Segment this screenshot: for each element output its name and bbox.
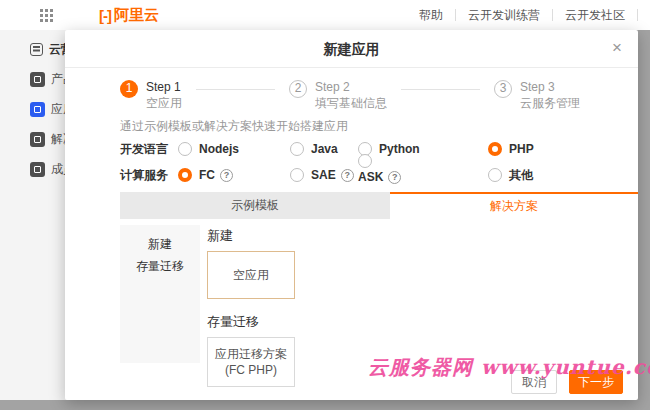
- language-label: 开发语言: [120, 141, 178, 158]
- divider: [552, 9, 553, 21]
- radio-fc[interactable]: FC ?: [178, 168, 290, 182]
- step-1-subtitle: 空应用: [146, 96, 182, 111]
- help-icon[interactable]: ?: [220, 169, 233, 182]
- step-1-title: Step 1: [146, 80, 182, 94]
- radio-java[interactable]: Java: [290, 142, 358, 156]
- step-2: 2 Step 2 填写基础信息: [289, 80, 387, 111]
- panel-item-migration[interactable]: 存量迁移: [120, 255, 200, 277]
- radio-icon[interactable]: [488, 168, 502, 182]
- aliyun-logo[interactable]: [-] 阿里云: [99, 6, 159, 25]
- top-header: [-] 阿里云 帮助 云开发训练营 云开发社区: [0, 0, 650, 30]
- service-radio-group: 计算服务 FC ? SAE ? ASK ? 其他: [120, 162, 618, 188]
- radio-nodejs[interactable]: Nodejs: [178, 142, 290, 156]
- product-icon: [30, 72, 45, 87]
- step-connector: [196, 89, 275, 90]
- modal-title: 新建应用: [324, 41, 380, 57]
- step-3-number: 3: [494, 80, 512, 98]
- close-icon[interactable]: ×: [612, 30, 622, 68]
- step-connector: [401, 89, 480, 90]
- next-step-button[interactable]: 下一步: [569, 370, 623, 394]
- step-2-subtitle: 填写基础信息: [315, 96, 387, 111]
- tab-sample-template[interactable]: 示例模板: [120, 192, 390, 219]
- help-icon[interactable]: ?: [341, 169, 354, 182]
- radio-other[interactable]: 其他: [488, 167, 618, 184]
- radio-php[interactable]: PHP: [488, 142, 618, 156]
- section-heading-migration: 存量迁移: [207, 313, 447, 331]
- logo-text: 阿里云: [114, 6, 159, 25]
- solution-sections: 新建 空应用 存量迁移 应用迁移方案(FC PHP): [207, 225, 447, 389]
- step-3-title: Step 3: [520, 80, 580, 94]
- tab-solution[interactable]: 解决方案: [390, 192, 638, 219]
- category-panel: 新建 存量迁移: [120, 225, 200, 363]
- radio-icon[interactable]: [290, 142, 304, 156]
- service-label: 计算服务: [120, 167, 178, 184]
- section-heading-new: 新建: [207, 227, 447, 245]
- radio-selected-icon[interactable]: [178, 168, 192, 182]
- step-2-title: Step 2: [315, 80, 387, 94]
- member-icon: [30, 162, 45, 177]
- training-camp-link[interactable]: 云开发训练营: [468, 7, 540, 24]
- radio-selected-icon[interactable]: [488, 142, 502, 156]
- doc-outline-icon: [30, 43, 43, 56]
- template-tabs: 示例模板 解决方案: [120, 192, 638, 219]
- card-migration-plan[interactable]: 应用迁移方案(FC PHP): [207, 337, 295, 387]
- radio-sae[interactable]: SAE ?: [290, 168, 358, 182]
- cancel-button[interactable]: 取消: [511, 370, 557, 394]
- step-3: 3 Step 3 云服务管理: [494, 80, 580, 111]
- card-empty-app[interactable]: 空应用: [207, 251, 295, 299]
- header-links: 帮助 云开发训练营 云开发社区: [419, 0, 650, 30]
- create-app-modal: 新建应用 × 1 Step 1 空应用 2 Step 2 填写基础信息 3 St…: [65, 30, 638, 400]
- help-link[interactable]: 帮助: [419, 7, 443, 24]
- solution-icon: [30, 132, 45, 147]
- app-icon: [30, 102, 45, 117]
- divider: [637, 9, 638, 21]
- step-wizard: 1 Step 1 空应用 2 Step 2 填写基础信息 3 Step 3 云服…: [120, 80, 580, 111]
- step-2-number: 2: [289, 80, 307, 98]
- step-1-number: 1: [120, 80, 138, 98]
- radio-icon[interactable]: [358, 154, 372, 168]
- modal-header: 新建应用 ×: [65, 30, 638, 68]
- modal-description: 通过示例模板或解决方案快速开始搭建应用: [120, 118, 348, 135]
- radio-ask[interactable]: ASK ?: [358, 154, 488, 184]
- step-3-subtitle: 云服务管理: [520, 96, 580, 111]
- step-1: 1 Step 1 空应用: [120, 80, 182, 111]
- radio-icon[interactable]: [178, 142, 192, 156]
- community-link[interactable]: 云开发社区: [565, 7, 625, 24]
- panel-item-new[interactable]: 新建: [120, 233, 200, 255]
- app-grid-icon[interactable]: [40, 9, 53, 22]
- radio-icon[interactable]: [290, 168, 304, 182]
- divider: [455, 9, 456, 21]
- help-icon[interactable]: ?: [388, 171, 401, 184]
- modal-footer: 取消 下一步: [511, 370, 623, 394]
- logo-bracket-icon: [-]: [99, 7, 111, 24]
